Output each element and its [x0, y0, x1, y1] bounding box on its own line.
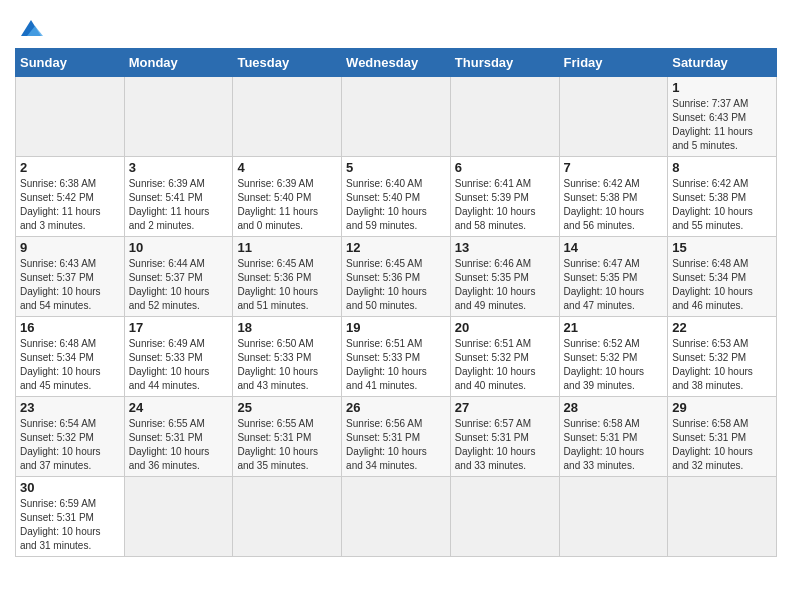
day-info: Sunrise: 6:39 AM Sunset: 5:40 PM Dayligh…: [237, 177, 337, 233]
day-number: 22: [672, 320, 772, 335]
day-info: Sunrise: 6:47 AM Sunset: 5:35 PM Dayligh…: [564, 257, 664, 313]
calendar-week-row: 2Sunrise: 6:38 AM Sunset: 5:42 PM Daylig…: [16, 157, 777, 237]
day-number: 18: [237, 320, 337, 335]
day-info: Sunrise: 6:55 AM Sunset: 5:31 PM Dayligh…: [129, 417, 229, 473]
day-info: Sunrise: 6:48 AM Sunset: 5:34 PM Dayligh…: [672, 257, 772, 313]
table-row: 17Sunrise: 6:49 AM Sunset: 5:33 PM Dayli…: [124, 317, 233, 397]
table-row: 14Sunrise: 6:47 AM Sunset: 5:35 PM Dayli…: [559, 237, 668, 317]
day-number: 17: [129, 320, 229, 335]
table-row: [233, 477, 342, 557]
table-row: 9Sunrise: 6:43 AM Sunset: 5:37 PM Daylig…: [16, 237, 125, 317]
table-row: [450, 477, 559, 557]
table-row: [16, 77, 125, 157]
table-row: 10Sunrise: 6:44 AM Sunset: 5:37 PM Dayli…: [124, 237, 233, 317]
table-row: 19Sunrise: 6:51 AM Sunset: 5:33 PM Dayli…: [342, 317, 451, 397]
calendar-header-row: Sunday Monday Tuesday Wednesday Thursday…: [16, 49, 777, 77]
day-number: 20: [455, 320, 555, 335]
col-tuesday: Tuesday: [233, 49, 342, 77]
calendar-week-row: 9Sunrise: 6:43 AM Sunset: 5:37 PM Daylig…: [16, 237, 777, 317]
day-number: 29: [672, 400, 772, 415]
day-number: 10: [129, 240, 229, 255]
day-info: Sunrise: 6:46 AM Sunset: 5:35 PM Dayligh…: [455, 257, 555, 313]
day-info: Sunrise: 6:45 AM Sunset: 5:36 PM Dayligh…: [346, 257, 446, 313]
day-info: Sunrise: 6:53 AM Sunset: 5:32 PM Dayligh…: [672, 337, 772, 393]
col-saturday: Saturday: [668, 49, 777, 77]
day-number: 30: [20, 480, 120, 495]
day-info: Sunrise: 6:44 AM Sunset: 5:37 PM Dayligh…: [129, 257, 229, 313]
table-row: 7Sunrise: 6:42 AM Sunset: 5:38 PM Daylig…: [559, 157, 668, 237]
calendar-table: Sunday Monday Tuesday Wednesday Thursday…: [15, 48, 777, 557]
day-info: Sunrise: 6:38 AM Sunset: 5:42 PM Dayligh…: [20, 177, 120, 233]
day-number: 24: [129, 400, 229, 415]
day-number: 2: [20, 160, 120, 175]
day-number: 6: [455, 160, 555, 175]
day-info: Sunrise: 6:58 AM Sunset: 5:31 PM Dayligh…: [564, 417, 664, 473]
day-number: 1: [672, 80, 772, 95]
day-info: Sunrise: 7:37 AM Sunset: 6:43 PM Dayligh…: [672, 97, 772, 153]
table-row: [342, 77, 451, 157]
table-row: [233, 77, 342, 157]
table-row: 11Sunrise: 6:45 AM Sunset: 5:36 PM Dayli…: [233, 237, 342, 317]
day-info: Sunrise: 6:49 AM Sunset: 5:33 PM Dayligh…: [129, 337, 229, 393]
table-row: 20Sunrise: 6:51 AM Sunset: 5:32 PM Dayli…: [450, 317, 559, 397]
table-row: 27Sunrise: 6:57 AM Sunset: 5:31 PM Dayli…: [450, 397, 559, 477]
day-number: 19: [346, 320, 446, 335]
calendar-week-row: 30Sunrise: 6:59 AM Sunset: 5:31 PM Dayli…: [16, 477, 777, 557]
table-row: 23Sunrise: 6:54 AM Sunset: 5:32 PM Dayli…: [16, 397, 125, 477]
day-info: Sunrise: 6:59 AM Sunset: 5:31 PM Dayligh…: [20, 497, 120, 553]
table-row: [124, 77, 233, 157]
table-row: [342, 477, 451, 557]
logo-area: [15, 10, 45, 40]
table-row: 6Sunrise: 6:41 AM Sunset: 5:39 PM Daylig…: [450, 157, 559, 237]
table-row: [124, 477, 233, 557]
table-row: 3Sunrise: 6:39 AM Sunset: 5:41 PM Daylig…: [124, 157, 233, 237]
col-thursday: Thursday: [450, 49, 559, 77]
day-info: Sunrise: 6:51 AM Sunset: 5:33 PM Dayligh…: [346, 337, 446, 393]
day-number: 4: [237, 160, 337, 175]
day-number: 13: [455, 240, 555, 255]
day-info: Sunrise: 6:50 AM Sunset: 5:33 PM Dayligh…: [237, 337, 337, 393]
table-row: [450, 77, 559, 157]
day-info: Sunrise: 6:40 AM Sunset: 5:40 PM Dayligh…: [346, 177, 446, 233]
table-row: 25Sunrise: 6:55 AM Sunset: 5:31 PM Dayli…: [233, 397, 342, 477]
day-number: 12: [346, 240, 446, 255]
day-number: 25: [237, 400, 337, 415]
day-number: 3: [129, 160, 229, 175]
table-row: 26Sunrise: 6:56 AM Sunset: 5:31 PM Dayli…: [342, 397, 451, 477]
day-number: 21: [564, 320, 664, 335]
day-number: 5: [346, 160, 446, 175]
col-wednesday: Wednesday: [342, 49, 451, 77]
table-row: 21Sunrise: 6:52 AM Sunset: 5:32 PM Dayli…: [559, 317, 668, 397]
page-header: [15, 10, 777, 40]
table-row: 1Sunrise: 7:37 AM Sunset: 6:43 PM Daylig…: [668, 77, 777, 157]
day-info: Sunrise: 6:43 AM Sunset: 5:37 PM Dayligh…: [20, 257, 120, 313]
col-friday: Friday: [559, 49, 668, 77]
day-info: Sunrise: 6:57 AM Sunset: 5:31 PM Dayligh…: [455, 417, 555, 473]
day-info: Sunrise: 6:51 AM Sunset: 5:32 PM Dayligh…: [455, 337, 555, 393]
col-sunday: Sunday: [16, 49, 125, 77]
table-row: 5Sunrise: 6:40 AM Sunset: 5:40 PM Daylig…: [342, 157, 451, 237]
day-info: Sunrise: 6:52 AM Sunset: 5:32 PM Dayligh…: [564, 337, 664, 393]
day-info: Sunrise: 6:41 AM Sunset: 5:39 PM Dayligh…: [455, 177, 555, 233]
col-monday: Monday: [124, 49, 233, 77]
table-row: 8Sunrise: 6:42 AM Sunset: 5:38 PM Daylig…: [668, 157, 777, 237]
day-number: 14: [564, 240, 664, 255]
day-number: 16: [20, 320, 120, 335]
table-row: 4Sunrise: 6:39 AM Sunset: 5:40 PM Daylig…: [233, 157, 342, 237]
table-row: 30Sunrise: 6:59 AM Sunset: 5:31 PM Dayli…: [16, 477, 125, 557]
day-info: Sunrise: 6:58 AM Sunset: 5:31 PM Dayligh…: [672, 417, 772, 473]
day-info: Sunrise: 6:54 AM Sunset: 5:32 PM Dayligh…: [20, 417, 120, 473]
table-row: 15Sunrise: 6:48 AM Sunset: 5:34 PM Dayli…: [668, 237, 777, 317]
table-row: 24Sunrise: 6:55 AM Sunset: 5:31 PM Dayli…: [124, 397, 233, 477]
day-info: Sunrise: 6:42 AM Sunset: 5:38 PM Dayligh…: [672, 177, 772, 233]
table-row: 16Sunrise: 6:48 AM Sunset: 5:34 PM Dayli…: [16, 317, 125, 397]
day-number: 23: [20, 400, 120, 415]
day-info: Sunrise: 6:42 AM Sunset: 5:38 PM Dayligh…: [564, 177, 664, 233]
logo: [15, 18, 45, 40]
table-row: [559, 77, 668, 157]
day-number: 11: [237, 240, 337, 255]
day-number: 15: [672, 240, 772, 255]
table-row: [668, 477, 777, 557]
table-row: 18Sunrise: 6:50 AM Sunset: 5:33 PM Dayli…: [233, 317, 342, 397]
table-row: 13Sunrise: 6:46 AM Sunset: 5:35 PM Dayli…: [450, 237, 559, 317]
